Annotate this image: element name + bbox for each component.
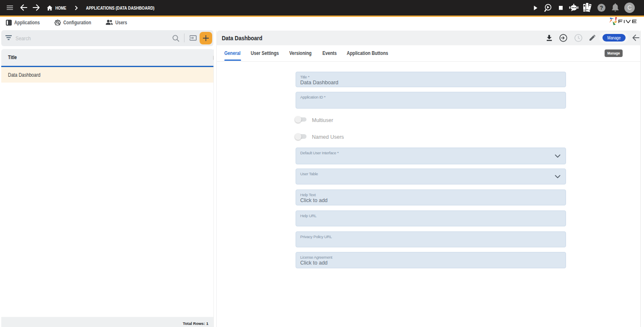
svg-text:?: ?: [600, 5, 603, 11]
